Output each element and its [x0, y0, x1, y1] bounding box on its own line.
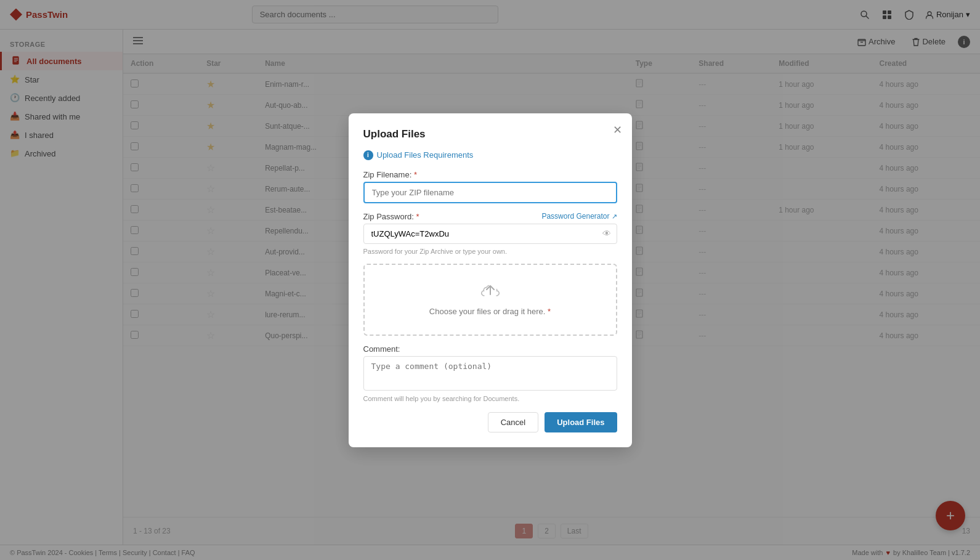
requirements-link[interactable]: i Upload Files Requirements	[363, 150, 617, 160]
upload-modal: Upload Files ✕ i Upload Files Requiremen…	[349, 113, 632, 447]
zip-password-row: Zip Password: * Password Generator ↗	[363, 212, 617, 221]
zip-password-label: Zip Password: *	[363, 212, 419, 221]
comment-textarea[interactable]	[363, 356, 617, 391]
modal-footer: Cancel Upload Files	[363, 412, 617, 432]
zip-password-input[interactable]	[363, 224, 617, 244]
modal-close-button[interactable]: ✕	[613, 123, 622, 137]
password-toggle-icon[interactable]: 👁	[602, 229, 611, 238]
requirements-text: Upload Files Requirements	[377, 150, 474, 160]
drop-text: Choose your files or drag it here. *	[377, 307, 604, 316]
drop-zone[interactable]: Choose your files or drag it here. *	[363, 264, 617, 336]
comment-hint: Comment will help you by searching for D…	[363, 395, 617, 402]
password-hint: Password for your Zip Archive or type yo…	[363, 248, 617, 255]
password-field-wrap: 👁	[363, 224, 617, 244]
modal-title: Upload Files	[363, 128, 617, 140]
info-icon: i	[363, 150, 373, 160]
password-generator-link[interactable]: Password Generator ↗	[541, 212, 617, 221]
zip-filename-input[interactable]	[363, 182, 617, 203]
comment-label: Comment:	[363, 344, 617, 354]
zip-filename-label: Zip Filename: *	[363, 170, 617, 179]
external-link-icon: ↗	[612, 213, 617, 221]
upload-icon	[377, 283, 604, 302]
upload-files-button[interactable]: Upload Files	[545, 412, 617, 432]
cancel-button[interactable]: Cancel	[488, 412, 538, 432]
modal-overlay[interactable]: Upload Files ✕ i Upload Files Requiremen…	[0, 0, 980, 560]
